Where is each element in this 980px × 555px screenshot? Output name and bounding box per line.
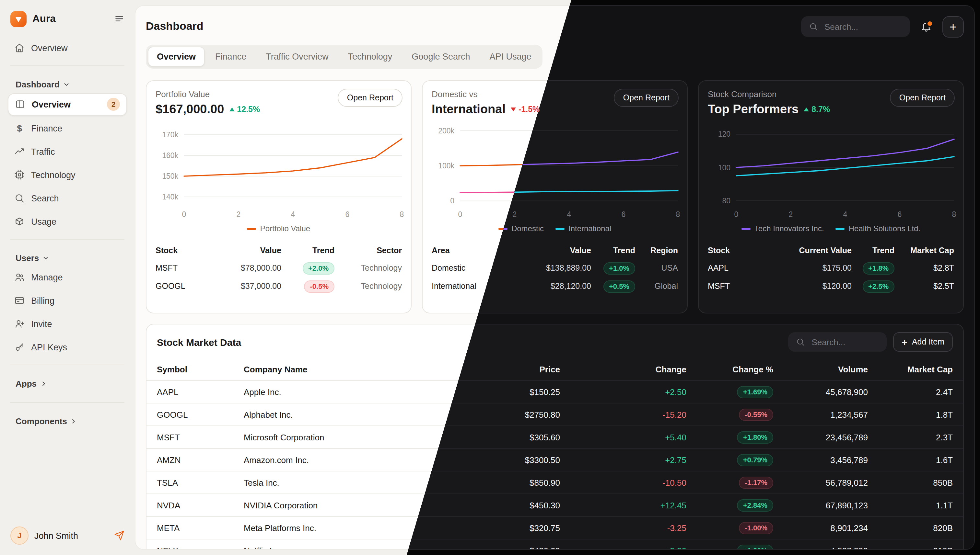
sidebar-item-label: Manage [31, 272, 63, 282]
cell-value: $138,889.00 [515, 263, 591, 273]
sidebar-item-traffic[interactable]: Traffic [8, 141, 127, 162]
plus-icon: + [901, 337, 908, 347]
table-search-input[interactable] [810, 337, 879, 347]
y-axis-labels: 200k100k0 [432, 124, 460, 207]
search-input[interactable] [823, 21, 902, 32]
trend-badge: +1.8% [863, 262, 895, 274]
plus-icon: + [949, 21, 957, 33]
sidebar-item-finance[interactable]: $ Finance [8, 117, 127, 139]
change-badge: -1.17% [739, 476, 773, 489]
sidebar-item-manage[interactable]: Manage [8, 266, 127, 288]
sidebar-item-label: Traffic [31, 147, 55, 156]
cell-price: $450.30 [463, 500, 560, 510]
sidebar-link-components[interactable]: Components [16, 416, 119, 426]
sidebar-item-label: Search [31, 193, 59, 203]
cell-volume: 23,456,789 [773, 432, 868, 442]
portfolio-chart: 170k160k150k140k 02468 [156, 124, 402, 219]
open-report-button[interactable]: Open Report [614, 89, 679, 107]
cell-symbol: AAPL [157, 387, 244, 397]
card-table: StockCurrent ValueTrendMarket CapAAPL$17… [708, 242, 954, 295]
sidebar-link-apps[interactable]: Apps [16, 379, 119, 388]
card-table-row[interactable]: GOOGL$37,000.00-0.5%Technology [156, 277, 402, 295]
trend-badge: +2.5% [863, 280, 895, 292]
change-badge: +1.80% [737, 431, 773, 443]
section-label: Users [16, 253, 39, 263]
change-badge: +1.69% [737, 386, 773, 398]
page-title: Dashboard [146, 20, 204, 33]
cell-marketcap: 850B [868, 478, 953, 487]
cell-marketcap: 1.1T [868, 500, 953, 510]
cell-change: -15.20 [560, 410, 686, 419]
billing-card-icon [14, 295, 25, 306]
tab-bar: Overview Finance Traffic Overview Techno… [146, 45, 542, 69]
legend-item: Tech Innovators Inc. [742, 224, 824, 233]
send-icon[interactable] [114, 530, 124, 541]
card-table-header: StockCurrent ValueTrendMarket Cap [708, 242, 954, 259]
tab-traffic-overview[interactable]: Traffic Overview [257, 47, 338, 67]
tab-google-search[interactable]: Google Search [402, 47, 479, 67]
legend-swatch [247, 228, 256, 229]
sidebar-item-invite[interactable]: Invite [8, 313, 127, 335]
delta-value: 12.5% [237, 105, 260, 114]
notifications-button[interactable] [920, 21, 932, 32]
open-report-button[interactable]: Open Report [890, 89, 955, 107]
legend-swatch [836, 228, 845, 229]
sidebar-item-overview-top[interactable]: Overview [8, 37, 127, 59]
notification-count-badge: 2 [107, 98, 120, 111]
sidebar-section-users[interactable]: Users [16, 253, 119, 263]
tab-finance[interactable]: Finance [206, 47, 255, 67]
card-title-text: International [432, 102, 505, 117]
global-search [801, 16, 910, 37]
sidebar-item-billing[interactable]: Billing [8, 290, 127, 311]
divider [10, 402, 124, 403]
sidebar-item-overview[interactable]: Overview 2 [8, 93, 127, 115]
delta-badge: 8.7% [804, 105, 830, 114]
sidebar-item-search[interactable]: Search [8, 188, 127, 209]
sidebar-item-label: Usage [31, 217, 56, 226]
cell-price: $305.60 [463, 432, 560, 442]
cell-symbol: META [157, 523, 244, 533]
chevron-right-icon [70, 418, 77, 425]
trend-badge: +0.5% [603, 280, 635, 292]
card-title-text: Top Performers [708, 102, 798, 117]
add-item-button[interactable]: + Add Item [893, 332, 953, 352]
open-report-button[interactable]: Open Report [338, 89, 402, 107]
cell-volume: 45,678,900 [773, 387, 868, 397]
portfolio-value-card: Portfolio Value $167,000.00 12.5% Open R… [146, 80, 412, 313]
cell-change-pct: +1.80% [686, 431, 773, 443]
cell-marketcap: 2.4T [868, 387, 953, 397]
sidebar-section-dashboard[interactable]: Dashboard [16, 80, 119, 89]
change-badge: -1.00% [739, 522, 773, 534]
sidebar-item-label: Overview [32, 99, 71, 109]
legend-swatch [555, 228, 565, 229]
sidebar-item-label: Technology [31, 170, 76, 180]
stock-comparison-card: Stock Comparison Top Performers 8.7% Ope… [698, 80, 964, 313]
tab-overview[interactable]: Overview [148, 47, 205, 67]
card-table-row[interactable]: MSFT$120.00+2.5%$2.5T [708, 277, 954, 295]
user-profile[interactable]: J John Smith [0, 517, 135, 555]
dollar-icon: $ [14, 123, 25, 133]
card-table-row[interactable]: AAPL$175.00+1.8%$2.8T [708, 259, 954, 277]
cell-marketcap: 1.8T [868, 410, 953, 419]
sidebar-item-api-keys[interactable]: API Keys [8, 337, 127, 358]
tab-api-usage[interactable]: API Usage [480, 47, 540, 67]
cell-change-pct: -0.55% [686, 408, 773, 420]
card-table: StockValueTrendSectorMSFT$78,000.00+2.0%… [156, 242, 402, 295]
cell-change-pct: +2.84% [686, 499, 773, 511]
card-table-row[interactable]: MSFT$78,000.00+2.0%Technology [156, 259, 402, 277]
user-plus-icon [14, 319, 25, 329]
trend-up-icon [229, 107, 234, 111]
cell-change: -10.50 [560, 478, 686, 487]
delta-badge: 12.5% [229, 105, 260, 114]
sidebar-item-usage[interactable]: Usage [8, 211, 127, 232]
add-button[interactable]: + [942, 16, 964, 37]
cell-company: Amazon.com Inc. [244, 455, 463, 465]
legend-item: International [555, 224, 611, 233]
delta-badge: -1.5% [511, 105, 539, 114]
sidebar-item-technology[interactable]: Technology [8, 164, 127, 186]
tab-technology[interactable]: Technology [339, 47, 402, 67]
hamburger-menu-icon[interactable] [114, 14, 124, 24]
delta-value: -1.5% [518, 105, 539, 114]
y-axis-labels: 170k160k150k140k [156, 124, 184, 207]
sidebar-item-label: Finance [31, 124, 62, 133]
